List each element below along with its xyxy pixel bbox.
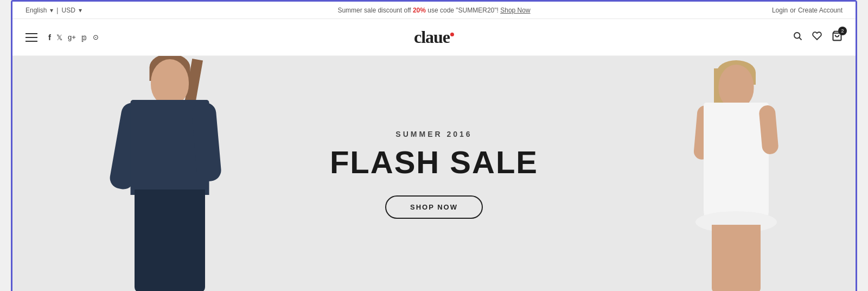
right-model-legs <box>712 225 761 291</box>
logo-text: claue <box>414 27 450 47</box>
cart-badge: 2 <box>838 27 847 35</box>
googleplus-icon[interactable]: g+ <box>68 33 76 41</box>
create-account-link[interactable]: Create Account <box>798 7 843 14</box>
currency-selector[interactable]: USD <box>61 7 75 14</box>
hero-section: SUMMER 2016 FLASH SALE Shop Now <box>12 56 856 291</box>
right-model-figure <box>693 65 780 291</box>
nav-left: f 𝕏 g+ 𝕡 ⊙ <box>25 33 99 42</box>
shop-now-button[interactable]: Shop Now <box>385 195 483 219</box>
hero-subtitle: SUMMER 2016 <box>330 130 538 138</box>
cart-icon[interactable]: 2 <box>832 30 843 44</box>
language-arrow: ▾ <box>50 7 53 14</box>
logo-dot <box>450 33 454 36</box>
model-left <box>78 59 262 291</box>
left-model-pants <box>135 189 205 291</box>
right-model-dress <box>704 103 769 227</box>
top-bar: English ▾ | USD ▾ Summer sale discount o… <box>12 2 856 19</box>
social-icons: f 𝕏 g+ 𝕡 ⊙ <box>48 33 99 42</box>
hamburger-line-3 <box>25 41 37 42</box>
svg-line-1 <box>799 37 801 40</box>
pinterest-icon[interactable]: 𝕡 <box>81 33 87 42</box>
model-right <box>660 65 812 291</box>
hamburger-line-1 <box>25 33 37 34</box>
promo-bar: Summer sale discount off 20% use code "S… <box>337 7 530 14</box>
hero-text: SUMMER 2016 FLASH SALE Shop Now <box>330 130 538 219</box>
hamburger-line-2 <box>25 37 37 38</box>
nav-center: claue <box>414 27 454 47</box>
or-text: or <box>790 7 796 14</box>
logo[interactable]: claue <box>414 27 454 47</box>
currency-arrow: ▾ <box>79 7 82 14</box>
language-selector[interactable]: English <box>25 7 47 14</box>
nav-bar: f 𝕏 g+ 𝕡 ⊙ claue <box>12 19 856 56</box>
promo-highlight: 20% <box>413 7 426 14</box>
separator: | <box>56 7 58 14</box>
instagram-icon[interactable]: ⊙ <box>93 33 99 41</box>
left-model-figure <box>126 59 213 291</box>
top-bar-right: Login or Create Account <box>772 7 843 14</box>
hamburger-menu[interactable] <box>25 33 37 42</box>
nav-right: 2 <box>793 30 843 44</box>
top-bar-left: English ▾ | USD ▾ <box>25 7 82 14</box>
promo-prefix: Summer sale discount off <box>337 7 413 14</box>
facebook-icon[interactable]: f <box>48 33 51 42</box>
promo-suffix: use code "SUMMER20"! <box>426 7 499 14</box>
search-icon[interactable] <box>793 31 802 43</box>
hero-title: FLASH SALE <box>330 144 538 180</box>
login-link[interactable]: Login <box>772 7 788 14</box>
svg-point-0 <box>794 33 800 39</box>
twitter-icon[interactable]: 𝕏 <box>56 33 62 42</box>
promo-shop-now-link[interactable]: Shop Now <box>500 7 530 14</box>
wishlist-icon[interactable] <box>812 31 822 43</box>
browser-frame: English ▾ | USD ▾ Summer sale discount o… <box>11 0 857 291</box>
